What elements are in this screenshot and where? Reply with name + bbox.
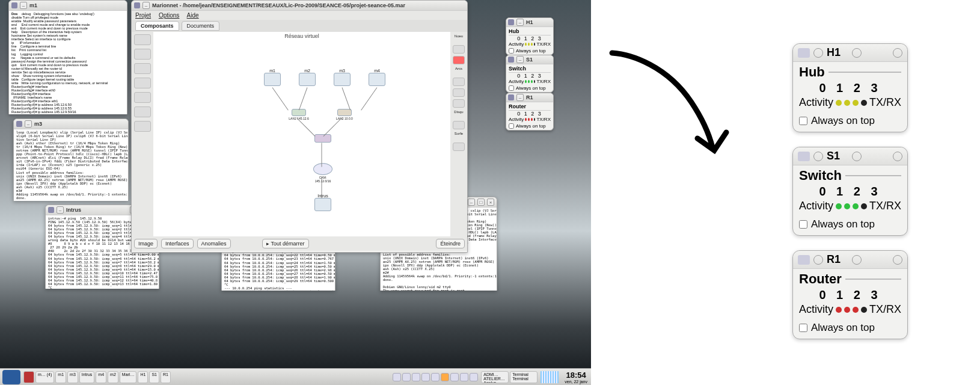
minimize-button[interactable]: – <box>25 120 32 128</box>
minimize-button[interactable] <box>813 255 823 265</box>
tray-icon[interactable] <box>450 373 459 381</box>
aot-checkbox[interactable] <box>509 85 514 91</box>
tray-icon[interactable] <box>441 373 449 381</box>
tool-icon[interactable] <box>453 99 465 108</box>
terminal-m3-window[interactable]: – m3 loop (Local Loopback) slip (Serial … <box>13 119 129 201</box>
aot-checkbox[interactable] <box>509 123 514 129</box>
panel-h1-big[interactable]: H1 Hub 0 1 2 3 ActivityTX/RX Always on t… <box>792 43 908 132</box>
tool-icon[interactable] <box>453 143 465 151</box>
button-eteindre[interactable]: Éteindre <box>436 239 465 248</box>
heart-icon[interactable] <box>852 48 862 58</box>
node-m2[interactable]: m2 <box>296 68 318 86</box>
tray-icon[interactable] <box>431 373 439 381</box>
minimize-button[interactable]: – <box>57 206 64 214</box>
m1-titlebar[interactable]: – m1 <box>9 1 127 11</box>
minimize-button[interactable]: – <box>468 199 475 206</box>
m3-output[interactable]: loop (Local Loopback) slip (Serial Line … <box>14 129 128 201</box>
task-button[interactable]: R1 <box>161 371 171 383</box>
marionnet-titlebar[interactable]: – Marionnet - /home/jean/ENSEIGNEMENT/RE… <box>132 1 467 11</box>
close-button[interactable] <box>893 152 902 161</box>
marionnet-window[interactable]: – Marionnet - /home/jean/ENSEIGNEMENT/RE… <box>131 0 468 253</box>
tool-icon[interactable] <box>453 56 465 64</box>
task-button[interactable]: m… (4) <box>35 371 54 383</box>
minimize-button[interactable] <box>813 152 823 161</box>
task-button[interactable]: m4 <box>96 371 106 383</box>
terminal-m1-window[interactable]: – m1 Dos debug Debugging functions (see … <box>8 0 127 114</box>
tray-icon[interactable] <box>421 373 430 381</box>
h1b-aot[interactable]: Always on top <box>799 115 901 127</box>
taskbar[interactable]: m… (4) m1 m3 Intrus m4 m2 Mari… H1 S1 R1… <box>0 368 591 385</box>
node-h1[interactable]: LAN2 10.0.0 <box>334 109 355 120</box>
s1-aot[interactable]: Always on top <box>509 85 551 91</box>
menubar[interactable]: Projet Options Aide <box>132 11 467 20</box>
task-button[interactable]: m3 <box>67 371 78 383</box>
task-app-icon[interactable] <box>23 371 34 383</box>
minimize-button[interactable]: – <box>142 2 150 9</box>
node-cam[interactable]: CAM: 145.12.0/16 <box>312 163 334 183</box>
close-button[interactable]: × <box>487 199 494 206</box>
tab-image[interactable]: Image <box>134 239 158 248</box>
m1-output[interactable]: Dos debug Debugging functions (see also … <box>9 11 127 114</box>
tool-icon[interactable] <box>453 88 465 97</box>
clock[interactable]: 18:54 ven, 22 janv <box>561 371 591 384</box>
menu-options[interactable]: Options <box>159 12 179 19</box>
minimize-button[interactable]: – <box>516 19 524 26</box>
tool-icon[interactable] <box>453 78 465 86</box>
tray-icon[interactable] <box>393 373 401 381</box>
aot-checkbox[interactable] <box>799 117 807 125</box>
r1b-aot[interactable]: Always on top <box>799 322 901 334</box>
heart-icon[interactable] <box>852 152 862 161</box>
aot-checkbox[interactable] <box>799 220 807 229</box>
tool-misc-icon[interactable] <box>134 121 151 132</box>
tool-router-icon[interactable] <box>134 78 151 88</box>
tool-machine-icon[interactable] <box>134 34 151 45</box>
tray-icon[interactable] <box>470 373 478 381</box>
tab-composants[interactable]: Composants <box>135 21 179 31</box>
panel-r1-small[interactable]: –R1 Router 0 1 2 3 ActivityTX/RX Always … <box>506 93 554 131</box>
node-m1[interactable]: m1 <box>262 68 283 86</box>
task-button[interactable]: Mari… <box>120 371 137 383</box>
panel-h1-small[interactable]: –H1 Hub 0 1 2 3 ActivityTX/RX Always on … <box>506 17 554 55</box>
tab-interfaces[interactable]: Interfaces <box>161 239 194 248</box>
menu-projet[interactable]: Projet <box>135 12 151 19</box>
minimize-button[interactable]: – <box>20 2 27 9</box>
task-button[interactable]: m1 <box>55 371 66 383</box>
tray-icon[interactable] <box>412 373 420 381</box>
cpu-meter-icon[interactable] <box>541 371 559 383</box>
minimize-button[interactable]: – <box>516 94 524 101</box>
tool-icon[interactable] <box>453 121 465 129</box>
tool-icon[interactable] <box>453 45 465 54</box>
task-group-b[interactable]: Terminal Terminal <box>510 371 537 383</box>
node-intrus[interactable]: Intrus <box>312 193 334 211</box>
tool-cloud-icon[interactable] <box>134 106 151 117</box>
network-canvas[interactable]: Réseau virtuel m1 m2 m3 m4 LAN1 145.12.6… <box>153 32 450 236</box>
tool-cable-icon[interactable] <box>134 92 151 103</box>
task-button[interactable]: m2 <box>108 371 118 383</box>
menu-aide[interactable]: Aide <box>187 12 199 19</box>
r1-aot[interactable]: Always on top <box>509 123 551 129</box>
tab-documents[interactable]: Documents <box>182 21 220 31</box>
tab-anomalies[interactable]: Anomalies <box>197 239 231 248</box>
panel-s1-big[interactable]: S1 Switch 0 1 2 3 ActivityTX/RX Always o… <box>792 147 908 236</box>
maximize-button[interactable]: □ <box>477 199 485 206</box>
tray-icon[interactable] <box>460 373 468 381</box>
task-group-a[interactable]: ADMI… ATELIER… Analys… BRIGO… <box>481 371 509 383</box>
aot-checkbox[interactable] <box>799 324 807 332</box>
m3-titlebar[interactable]: – m3 <box>14 119 128 129</box>
aot-checkbox[interactable] <box>509 48 514 54</box>
panel-r1-big[interactable]: R1 Router 0 1 2 3 ActivityTX/RX Always o… <box>792 250 908 339</box>
task-button[interactable]: H1 <box>138 371 148 383</box>
tool-switch-icon[interactable] <box>134 63 151 74</box>
h1-aot[interactable]: Always on top <box>509 48 551 54</box>
tool-hub-icon[interactable] <box>134 49 151 60</box>
task-button[interactable]: S1 <box>149 371 159 383</box>
close-button[interactable] <box>893 48 902 58</box>
tray-icon[interactable] <box>402 373 411 381</box>
node-s1[interactable]: LAN1 145.12.6 <box>288 109 310 120</box>
node-m4[interactable]: m4 <box>366 68 388 86</box>
heart-icon[interactable] <box>852 255 862 265</box>
button-tout-demarrer[interactable]: ▸Tout démarrer <box>262 239 309 248</box>
s1b-aot[interactable]: Always on top <box>799 218 901 230</box>
task-button[interactable]: Intrus <box>79 371 95 383</box>
minimize-button[interactable] <box>813 48 823 58</box>
